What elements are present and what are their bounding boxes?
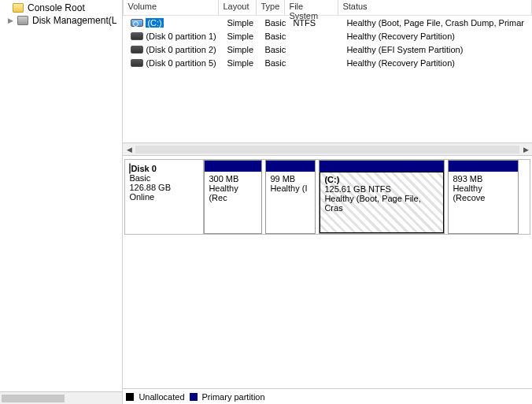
primary-swatch	[190, 393, 198, 401]
tree-child-label: Disk Management(L	[32, 15, 116, 26]
partition-size: 125.61 GB NTFS	[324, 184, 439, 194]
volume-name: (Disk 0 partition 5)	[146, 58, 216, 68]
drive-icon	[131, 32, 143, 40]
partition-header	[320, 161, 444, 172]
disk-type: Basic	[129, 173, 199, 183]
partition-size: 893 MB	[453, 174, 514, 183]
volume-row[interactable]: (Disk 0 partition 1)SimpleBasicHealthy (…	[127, 29, 528, 43]
partition-body: 893 MBHealthy (Recove	[449, 172, 518, 233]
status-cell: Healthy (Recovery Partition)	[342, 58, 528, 68]
partition-size: 300 MB	[209, 174, 257, 183]
volume-cell: (Disk 0 partition 2)	[127, 45, 223, 54]
volume-name: (C:)	[146, 18, 163, 28]
type-cell: Basic	[260, 58, 289, 68]
type-cell: Basic	[260, 32, 289, 41]
partition-status: Healthy (Boot, Page File, Cras	[324, 194, 439, 213]
disk-management-icon	[17, 16, 28, 25]
legend-primary: Primary partition	[202, 392, 265, 402]
disk-info: Disk 0 Basic 126.88 GB Online	[125, 160, 204, 234]
col-volume[interactable]: Volume	[123, 0, 219, 15]
drive-icon	[131, 59, 143, 67]
volume-cell: (Disk 0 partition 1)	[127, 32, 223, 41]
type-cell: Basic	[260, 45, 289, 54]
volume-row[interactable]: (Disk 0 partition 2)SimpleBasicHealthy (…	[127, 43, 528, 56]
partition-status: Healthy (Recove	[453, 183, 514, 202]
volume-cell: (C:)	[127, 18, 223, 28]
partition-header	[449, 161, 518, 172]
volume-row[interactable]: (Disk 0 partition 5)SimpleBasicHealthy (…	[127, 56, 528, 69]
drive-icon	[131, 46, 143, 54]
volume-name: (Disk 0 partition 1)	[146, 32, 216, 41]
partition-body: (C:)125.61 GB NTFSHealthy (Boot, Page Fi…	[320, 172, 444, 233]
partition[interactable]: 99 MBHealthy (I	[265, 160, 316, 234]
list-scrollbar[interactable]: ◀ ▶	[123, 143, 532, 155]
legend-unallocated: Unallocated	[139, 392, 184, 402]
type-cell: Basic	[260, 18, 289, 28]
partition[interactable]: 893 MBHealthy (Recove	[448, 160, 519, 234]
disk-graphic: Disk 0 Basic 126.88 GB Online 300 MBHeal…	[123, 156, 532, 404]
volume-row[interactable]: (C:)SimpleBasicNTFSHealthy (Boot, Page F…	[127, 16, 528, 29]
status-cell: Healthy (Boot, Page File, Crash Dump, Pr…	[342, 18, 528, 28]
status-cell: Healthy (Recovery Partition)	[342, 32, 528, 41]
scroll-right-icon[interactable]: ▶	[519, 146, 532, 154]
disk-row[interactable]: Disk 0 Basic 126.88 GB Online 300 MBHeal…	[124, 159, 530, 235]
status-cell: Healthy (EFI System Partition)	[342, 45, 528, 54]
disk-name: Disk 0	[131, 164, 156, 173]
main-pane: Volume Layout Type File System Status (C…	[123, 0, 532, 404]
volume-cell: (Disk 0 partition 5)	[127, 58, 223, 68]
chevron-right-icon: ▶	[8, 17, 17, 24]
disk-status: Online	[129, 192, 199, 202]
column-headers: Volume Layout Type File System Status	[123, 0, 532, 16]
col-type[interactable]: Type	[257, 0, 285, 15]
tree-pane: Console Root ▶ Disk Management(L	[0, 0, 123, 404]
scroll-left-icon[interactable]: ◀	[123, 146, 135, 154]
scrollbar-thumb[interactable]	[2, 395, 65, 402]
volume-name: (Disk 0 partition 2)	[146, 45, 216, 54]
layout-cell: Simple	[223, 32, 260, 41]
disk-size: 126.88 GB	[129, 183, 199, 192]
partition[interactable]: 300 MBHealthy (Rec	[204, 160, 262, 234]
col-status[interactable]: Status	[338, 0, 532, 15]
fs-cell: NTFS	[289, 18, 342, 28]
col-layout[interactable]: Layout	[219, 0, 257, 15]
folder-icon	[13, 3, 24, 13]
tree-root-label: Console Root	[28, 2, 85, 13]
partition-header	[205, 161, 261, 172]
legend: Unallocated Primary partition	[123, 388, 532, 404]
scroll-track[interactable]	[135, 146, 519, 154]
partitions: 300 MBHealthy (Rec99 MBHealthy (I(C:)125…	[204, 160, 530, 234]
tree-scrollbar[interactable]	[0, 391, 122, 404]
tree: Console Root ▶ Disk Management(L	[0, 0, 122, 391]
unallocated-swatch	[126, 393, 134, 401]
volume-list: Volume Layout Type File System Status (C…	[123, 0, 532, 156]
partition-header	[266, 161, 315, 172]
volume-rows: (C:)SimpleBasicNTFSHealthy (Boot, Page F…	[123, 16, 532, 143]
partition-status: Healthy (Rec	[209, 183, 257, 202]
col-fs[interactable]: File System	[285, 0, 338, 15]
tree-root[interactable]: Console Root	[2, 2, 120, 14]
partition[interactable]: (C:)125.61 GB NTFSHealthy (Boot, Page Fi…	[319, 160, 445, 234]
tree-child[interactable]: ▶ Disk Management(L	[2, 14, 120, 27]
drive-icon	[131, 19, 143, 27]
layout-cell: Simple	[223, 18, 260, 28]
partition-title: (C:)	[324, 175, 439, 184]
layout-cell: Simple	[223, 58, 260, 68]
partition-body: 300 MBHealthy (Rec	[205, 172, 261, 233]
partition-status: Healthy (I	[270, 183, 311, 193]
partition-body: 99 MBHealthy (I	[266, 172, 315, 233]
layout-cell: Simple	[223, 45, 260, 54]
partition-size: 99 MB	[270, 174, 311, 183]
